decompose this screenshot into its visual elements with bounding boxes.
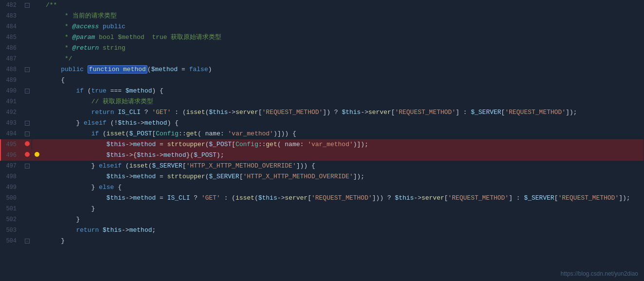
gutter-cell[interactable]: −: [22, 64, 32, 75]
gutter-cell[interactable]: −: [22, 86, 32, 96]
gutter-cell[interactable]: −: [22, 118, 32, 129]
table-row: 503 return $this->method;: [0, 225, 644, 236]
gutter-warning-cell: [32, 182, 42, 193]
breakpoint-icon[interactable]: [25, 141, 30, 146]
code-token: ]);: [353, 173, 364, 180]
line-number: 502: [0, 214, 22, 225]
code-token: [99, 226, 103, 234]
fold-icon[interactable]: −: [25, 67, 30, 72]
code-token: ;: [152, 226, 156, 234]
gutter-cell[interactable]: [22, 150, 32, 161]
gutter-cell[interactable]: [22, 214, 32, 225]
gutter-cell[interactable]: [22, 75, 32, 86]
code-token: $this: [118, 119, 137, 127]
code-token: 'REQUEST_METHOD': [558, 194, 619, 202]
table-row: 499 } else {: [0, 182, 644, 193]
fold-icon[interactable]: −: [25, 3, 30, 8]
gutter-cell[interactable]: [22, 171, 32, 182]
code-token: $this: [258, 194, 277, 202]
fold-icon[interactable]: −: [25, 164, 30, 169]
code-token: true: [91, 87, 107, 94]
code-token: 'REQUEST_METHOD': [311, 194, 372, 202]
gutter-cell[interactable]: −: [22, 236, 32, 246]
code-token: $_POST: [129, 130, 152, 137]
table-row: 496 $this->{$this->method}($_POST);: [0, 150, 644, 161]
code-token: ->: [361, 109, 369, 116]
gutter-cell[interactable]: [22, 11, 32, 21]
code-token: $this: [107, 194, 125, 202]
code-token: *: [46, 44, 72, 52]
code-content: * @param bool $method true 获取原始请求类型: [42, 32, 644, 43]
code-token: [: [232, 141, 235, 148]
gutter-cell[interactable]: [22, 225, 32, 236]
code-token: ])) ?: [372, 194, 395, 202]
gutter-cell[interactable]: [22, 21, 32, 32]
code-content: }: [42, 214, 644, 225]
gutter-warning-cell: [32, 64, 42, 75]
gutter-warning-cell: [32, 96, 42, 107]
code-token: ->{: [125, 151, 137, 159]
line-number: 494: [0, 129, 22, 139]
code-token: *: [46, 23, 72, 30]
code-content: // 获取原始请求类型: [42, 96, 644, 107]
code-token: [46, 130, 91, 137]
gutter-warning-cell: [32, 236, 42, 246]
fold-icon[interactable]: −: [25, 121, 30, 126]
watermark: https://blog.csdn.net/yun2diao: [561, 270, 638, 277]
code-token: isset: [186, 109, 205, 116]
code-token: elseif: [84, 119, 107, 127]
breakpoint-icon[interactable]: [25, 152, 30, 157]
code-table: 482−/**483 * 当前的请求类型484 * @access public…: [0, 0, 644, 246]
gutter-cell[interactable]: [22, 182, 32, 193]
gutter-warning-cell: [32, 107, 42, 118]
code-token: [: [444, 194, 448, 202]
code-token: $this: [137, 151, 156, 159]
code-token: $_POST: [194, 151, 216, 159]
fold-icon[interactable]: −: [25, 89, 30, 94]
code-content: }: [42, 236, 644, 246]
gutter-warning-cell: [32, 118, 42, 129]
gutter-warning-cell: [32, 11, 42, 21]
line-number: 484: [0, 21, 22, 32]
code-token: $this: [107, 151, 125, 159]
code-content: * @return string: [42, 43, 644, 54]
code-token: get: [186, 130, 197, 137]
gutter-cell[interactable]: [22, 139, 32, 150]
highlighted-text: function method: [88, 65, 147, 74]
gutter-warning-cell: [32, 32, 42, 43]
code-token: */: [46, 55, 72, 62]
gutter-cell[interactable]: [22, 32, 32, 43]
code-content: return IS_CLI ? 'GET' : (isset($this->se…: [42, 107, 644, 118]
code-content: */: [42, 54, 644, 64]
gutter-cell[interactable]: −: [22, 129, 32, 139]
code-token: elseif: [99, 162, 122, 169]
gutter-cell[interactable]: [22, 193, 32, 204]
gutter-cell[interactable]: [22, 107, 32, 118]
table-row: 492 return IS_CLI ? 'GET' : (isset($this…: [0, 107, 644, 118]
code-content: $this->method = strtoupper($_SERVER['HTT…: [42, 171, 644, 182]
code-token: 'GET': [152, 109, 171, 116]
table-row: 484 * @access public: [0, 21, 644, 32]
gutter-cell[interactable]: [22, 204, 32, 214]
gutter-cell[interactable]: [22, 43, 32, 54]
code-content: /**: [42, 0, 644, 11]
gutter-cell[interactable]: −: [22, 0, 32, 11]
gutter-cell[interactable]: −: [22, 161, 32, 171]
fold-icon[interactable]: −: [25, 239, 30, 244]
table-row: 501 }: [0, 204, 644, 214]
code-token: =: [156, 141, 167, 148]
fold-icon[interactable]: −: [25, 131, 30, 136]
gutter-warning-cell: [32, 193, 42, 204]
gutter-cell[interactable]: [22, 54, 32, 64]
code-token: if: [76, 87, 84, 94]
code-token: 获取原始请求类型: [103, 98, 153, 105]
gutter-cell[interactable]: [22, 96, 32, 107]
code-token: /**: [46, 1, 57, 9]
code-token: ?: [190, 194, 201, 202]
gutter-warning-cell: [32, 139, 42, 150]
line-number: 488: [0, 64, 22, 75]
code-token: $_SERVER: [152, 162, 182, 169]
line-number: 495: [0, 139, 22, 150]
code-token: $this: [107, 141, 125, 148]
code-token: (: [254, 194, 258, 202]
